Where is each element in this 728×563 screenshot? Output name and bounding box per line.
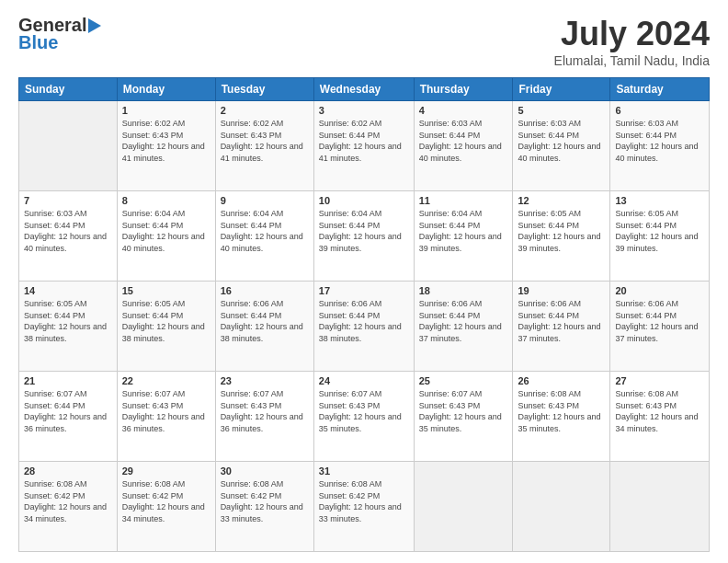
header-wednesday: Wednesday	[313, 78, 414, 101]
day-info: Sunrise: 6:04 AMSunset: 6:44 PMDaylight:…	[221, 208, 309, 254]
day-cell: 28Sunrise: 6:08 AMSunset: 6:42 PMDayligh…	[19, 462, 118, 552]
day-number: 7	[24, 195, 112, 206]
day-info: Sunrise: 6:03 AMSunset: 6:44 PMDaylight:…	[615, 118, 704, 164]
day-cell: 1Sunrise: 6:02 AMSunset: 6:43 PMDaylight…	[117, 101, 215, 191]
day-cell: 18Sunrise: 6:06 AMSunset: 6:44 PMDayligh…	[414, 282, 513, 372]
day-cell: 17Sunrise: 6:06 AMSunset: 6:44 PMDayligh…	[313, 282, 414, 372]
day-number: 2	[221, 105, 309, 116]
day-info: Sunrise: 6:07 AMSunset: 6:43 PMDaylight:…	[319, 388, 409, 434]
day-cell: 25Sunrise: 6:07 AMSunset: 6:43 PMDayligh…	[414, 372, 513, 462]
day-cell: 22Sunrise: 6:07 AMSunset: 6:43 PMDayligh…	[117, 372, 215, 462]
day-cell: 26Sunrise: 6:08 AMSunset: 6:43 PMDayligh…	[513, 372, 610, 462]
header-friday: Friday	[513, 78, 610, 101]
day-number: 28	[24, 465, 112, 477]
week-row-4: 21Sunrise: 6:07 AMSunset: 6:44 PMDayligh…	[19, 372, 710, 462]
logo-arrow-icon	[88, 18, 101, 33]
header-row: SundayMondayTuesdayWednesdayThursdayFrid…	[19, 78, 710, 101]
day-number: 23	[221, 375, 309, 386]
day-info: Sunrise: 6:08 AMSunset: 6:42 PMDaylight:…	[221, 478, 309, 524]
day-number: 22	[122, 375, 210, 386]
day-cell: 16Sunrise: 6:06 AMSunset: 6:44 PMDayligh…	[215, 282, 313, 372]
logo: General Blue	[18, 15, 101, 53]
day-cell: 14Sunrise: 6:05 AMSunset: 6:44 PMDayligh…	[19, 282, 118, 372]
logo-text-blue: Blue	[18, 32, 58, 53]
day-info: Sunrise: 6:05 AMSunset: 6:44 PMDaylight:…	[24, 298, 112, 344]
page: General Blue July 2024 Elumalai, Tamil N…	[0, 0, 728, 563]
day-cell: 4Sunrise: 6:03 AMSunset: 6:44 PMDaylight…	[414, 101, 513, 191]
day-info: Sunrise: 6:08 AMSunset: 6:42 PMDaylight:…	[319, 478, 409, 524]
calendar-header: SundayMondayTuesdayWednesdayThursdayFrid…	[19, 78, 710, 101]
day-number: 15	[122, 285, 210, 296]
day-info: Sunrise: 6:02 AMSunset: 6:43 PMDaylight:…	[122, 118, 210, 164]
day-cell	[610, 462, 710, 552]
day-number: 6	[615, 105, 704, 116]
day-cell: 15Sunrise: 6:05 AMSunset: 6:44 PMDayligh…	[117, 282, 215, 372]
day-cell: 21Sunrise: 6:07 AMSunset: 6:44 PMDayligh…	[19, 372, 118, 462]
day-info: Sunrise: 6:03 AMSunset: 6:44 PMDaylight:…	[24, 208, 112, 254]
day-cell: 9Sunrise: 6:04 AMSunset: 6:44 PMDaylight…	[215, 191, 313, 282]
day-cell: 13Sunrise: 6:05 AMSunset: 6:44 PMDayligh…	[610, 191, 710, 282]
day-number: 18	[419, 285, 508, 296]
day-number: 9	[221, 195, 309, 206]
day-info: Sunrise: 6:06 AMSunset: 6:44 PMDaylight:…	[615, 298, 704, 344]
day-info: Sunrise: 6:03 AMSunset: 6:44 PMDaylight:…	[419, 118, 508, 164]
day-info: Sunrise: 6:04 AMSunset: 6:44 PMDaylight:…	[122, 208, 210, 254]
day-info: Sunrise: 6:02 AMSunset: 6:44 PMDaylight:…	[319, 118, 409, 164]
header-sunday: Sunday	[19, 78, 118, 101]
day-number: 21	[24, 375, 112, 386]
day-number: 10	[319, 195, 409, 206]
day-number: 8	[122, 195, 210, 206]
day-cell: 7Sunrise: 6:03 AMSunset: 6:44 PMDaylight…	[19, 191, 118, 282]
day-cell: 20Sunrise: 6:06 AMSunset: 6:44 PMDayligh…	[610, 282, 710, 372]
day-cell: 24Sunrise: 6:07 AMSunset: 6:43 PMDayligh…	[313, 372, 414, 462]
day-cell: 6Sunrise: 6:03 AMSunset: 6:44 PMDaylight…	[610, 101, 710, 191]
day-info: Sunrise: 6:04 AMSunset: 6:44 PMDaylight:…	[319, 208, 409, 254]
day-info: Sunrise: 6:07 AMSunset: 6:43 PMDaylight:…	[221, 388, 309, 434]
day-info: Sunrise: 6:07 AMSunset: 6:43 PMDaylight:…	[122, 388, 210, 434]
calendar: SundayMondayTuesdayWednesdayThursdayFrid…	[18, 77, 710, 552]
day-info: Sunrise: 6:08 AMSunset: 6:42 PMDaylight:…	[122, 478, 210, 524]
day-info: Sunrise: 6:06 AMSunset: 6:44 PMDaylight:…	[319, 298, 409, 344]
location: Elumalai, Tamil Nadu, India	[554, 53, 710, 68]
day-cell: 29Sunrise: 6:08 AMSunset: 6:42 PMDayligh…	[117, 462, 215, 552]
day-cell: 2Sunrise: 6:02 AMSunset: 6:43 PMDaylight…	[215, 101, 313, 191]
day-info: Sunrise: 6:05 AMSunset: 6:44 PMDaylight:…	[615, 208, 704, 254]
week-row-1: 1Sunrise: 6:02 AMSunset: 6:43 PMDaylight…	[19, 101, 710, 191]
day-number: 31	[319, 465, 409, 477]
day-cell: 27Sunrise: 6:08 AMSunset: 6:43 PMDayligh…	[610, 372, 710, 462]
header-tuesday: Tuesday	[215, 78, 313, 101]
day-cell	[19, 101, 118, 191]
day-info: Sunrise: 6:02 AMSunset: 6:43 PMDaylight:…	[221, 118, 309, 164]
header-saturday: Saturday	[610, 78, 710, 101]
day-info: Sunrise: 6:07 AMSunset: 6:43 PMDaylight:…	[419, 388, 508, 434]
day-number: 13	[615, 195, 704, 206]
day-info: Sunrise: 6:06 AMSunset: 6:44 PMDaylight:…	[419, 298, 508, 344]
day-number: 12	[518, 195, 605, 206]
day-cell	[414, 462, 513, 552]
day-number: 27	[615, 375, 704, 386]
day-info: Sunrise: 6:05 AMSunset: 6:44 PMDaylight:…	[518, 208, 605, 254]
day-number: 29	[122, 465, 210, 477]
day-cell: 10Sunrise: 6:04 AMSunset: 6:44 PMDayligh…	[313, 191, 414, 282]
day-number: 20	[615, 285, 704, 296]
day-info: Sunrise: 6:03 AMSunset: 6:44 PMDaylight:…	[518, 118, 605, 164]
day-cell: 5Sunrise: 6:03 AMSunset: 6:44 PMDaylight…	[513, 101, 610, 191]
day-cell: 3Sunrise: 6:02 AMSunset: 6:44 PMDaylight…	[313, 101, 414, 191]
day-info: Sunrise: 6:07 AMSunset: 6:44 PMDaylight:…	[24, 388, 112, 434]
day-cell: 11Sunrise: 6:04 AMSunset: 6:44 PMDayligh…	[414, 191, 513, 282]
header-monday: Monday	[117, 78, 215, 101]
day-number: 14	[24, 285, 112, 296]
calendar-body: 1Sunrise: 6:02 AMSunset: 6:43 PMDaylight…	[19, 101, 710, 552]
day-cell: 31Sunrise: 6:08 AMSunset: 6:42 PMDayligh…	[313, 462, 414, 552]
day-cell: 12Sunrise: 6:05 AMSunset: 6:44 PMDayligh…	[513, 191, 610, 282]
day-info: Sunrise: 6:06 AMSunset: 6:44 PMDaylight:…	[221, 298, 309, 344]
day-info: Sunrise: 6:04 AMSunset: 6:44 PMDaylight:…	[419, 208, 508, 254]
week-row-2: 7Sunrise: 6:03 AMSunset: 6:44 PMDaylight…	[19, 191, 710, 282]
day-number: 25	[419, 375, 508, 386]
day-info: Sunrise: 6:08 AMSunset: 6:42 PMDaylight:…	[24, 478, 112, 524]
week-row-3: 14Sunrise: 6:05 AMSunset: 6:44 PMDayligh…	[19, 282, 710, 372]
day-info: Sunrise: 6:05 AMSunset: 6:44 PMDaylight:…	[122, 298, 210, 344]
day-number: 5	[518, 105, 605, 116]
day-info: Sunrise: 6:08 AMSunset: 6:43 PMDaylight:…	[518, 388, 605, 434]
day-info: Sunrise: 6:06 AMSunset: 6:44 PMDaylight:…	[518, 298, 605, 344]
